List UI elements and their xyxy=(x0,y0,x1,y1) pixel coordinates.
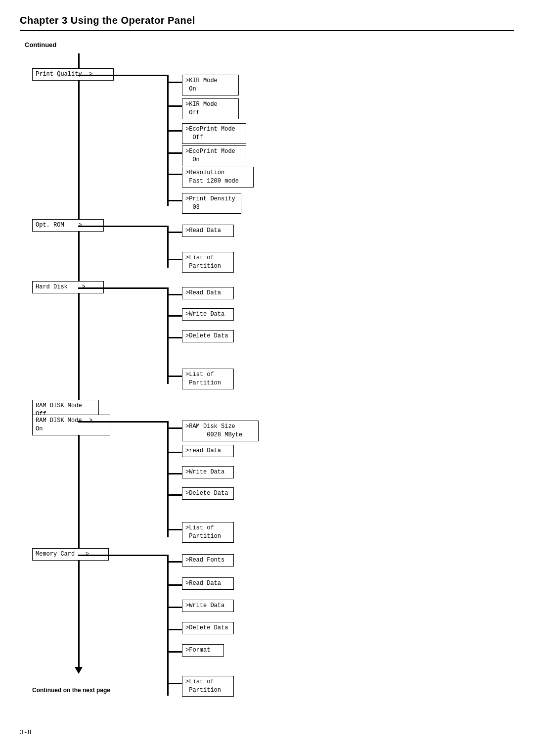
mc-fonts-hline xyxy=(167,561,182,563)
hd-delete-hline xyxy=(167,337,182,338)
print-density-node: >Print Density 03 xyxy=(182,193,241,214)
ram-read-data-node: >read Data xyxy=(182,445,234,457)
ram-write-hline xyxy=(167,473,182,474)
mc-format-hline xyxy=(167,651,182,653)
hd-read-data-node: >Read Data xyxy=(182,287,234,299)
mc-vline xyxy=(167,555,169,696)
page-header: Chapter 3 Using the Operator Panel xyxy=(20,15,514,31)
mc-read-hline xyxy=(167,584,182,586)
kir-mode-on-node: >KIR Mode On xyxy=(182,75,239,95)
pq-vline xyxy=(167,75,169,206)
hd-list-hline xyxy=(167,376,182,377)
page-number: 3-8 xyxy=(20,729,31,736)
ram-list-partition-node: >List of Partition xyxy=(182,522,234,543)
opt-list-hline xyxy=(167,259,182,260)
mc-delete-hline xyxy=(167,629,182,630)
continued-label: Continued xyxy=(25,41,514,48)
ecoprint-off-hline xyxy=(167,130,182,132)
ram-delete-hline xyxy=(167,494,182,496)
hd-write-data-node: >Write Data xyxy=(182,308,234,321)
mc-write-data-node: >Write Data xyxy=(182,600,234,612)
opt-hline xyxy=(78,226,167,227)
pq-hline xyxy=(78,75,167,76)
opt-read-hline xyxy=(167,232,182,233)
mc-list-partition-node: >List of Partition xyxy=(182,676,234,697)
mc-format-node: >Format xyxy=(182,644,224,657)
mc-list-hline xyxy=(167,683,182,684)
resolution-hline xyxy=(167,174,182,175)
ram-disk-size-node: >RAM Disk Size 0028 MByte xyxy=(182,421,259,441)
mc-read-fonts-node: >Read Fonts xyxy=(182,554,234,567)
mc-write-hline xyxy=(167,607,182,608)
mc-delete-data-node: >Delete Data xyxy=(182,622,234,634)
ram-write-data-node: >Write Data xyxy=(182,466,234,478)
ram-list-hline xyxy=(167,529,182,530)
ram-vline xyxy=(167,421,169,537)
resolution-node: >Resolution Fast 1200 mode xyxy=(182,167,254,188)
hd-list-partition-node: >List of Partition xyxy=(182,369,234,389)
diagram-area: Print Quality > >KIR Mode On >KIR Mode O… xyxy=(25,53,514,707)
hd-hline xyxy=(78,287,167,289)
continued-next-label: Continued on the next page xyxy=(32,687,110,694)
mc-read-data-node: >Read Data xyxy=(182,577,234,590)
ram-read-hline xyxy=(167,452,182,453)
ecoprint-on-hline xyxy=(167,152,182,154)
chapter-title: Chapter 3 Using the Operator Panel xyxy=(20,15,514,26)
hd-read-hline xyxy=(167,294,182,295)
hd-vline xyxy=(167,287,169,384)
opt-list-partition-node: >List of Partition xyxy=(182,252,234,273)
ram-delete-data-node: >Delete Data xyxy=(182,487,234,500)
ram-size-hline xyxy=(167,427,182,429)
kir-mode-off-node: >KIR Mode Off xyxy=(182,98,239,119)
mc-hline xyxy=(78,555,167,556)
ecoprint-off-node: >EcoPrint Mode Off xyxy=(182,123,246,144)
hd-delete-data-node: >Delete Data xyxy=(182,330,234,342)
hd-write-hline xyxy=(167,315,182,317)
kir-off-hline xyxy=(167,105,182,107)
spine-arrow xyxy=(75,667,83,674)
kir-on-hline xyxy=(167,82,182,83)
ram-disk-on-node: RAM DISK Mode > On xyxy=(32,415,110,435)
opt-read-data-node: >Read Data xyxy=(182,225,234,237)
ecoprint-on-node: >EcoPrint Mode On xyxy=(182,145,246,166)
main-spine xyxy=(78,53,80,667)
print-density-hline xyxy=(167,200,182,201)
ram-hline xyxy=(78,421,167,423)
